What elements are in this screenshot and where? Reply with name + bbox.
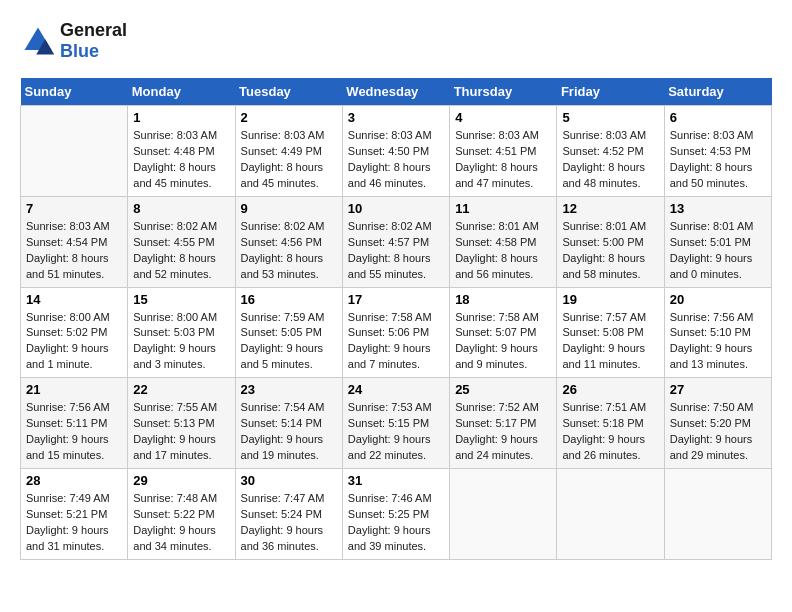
day-info: Sunrise: 7:57 AMSunset: 5:08 PMDaylight:… [562,310,658,374]
calendar-cell: 12Sunrise: 8:01 AMSunset: 5:00 PMDayligh… [557,196,664,287]
calendar-cell: 28Sunrise: 7:49 AMSunset: 5:21 PMDayligh… [21,469,128,560]
day-info: Sunrise: 8:00 AMSunset: 5:02 PMDaylight:… [26,310,122,374]
day-number: 20 [670,292,766,307]
calendar-cell: 4Sunrise: 8:03 AMSunset: 4:51 PMDaylight… [450,106,557,197]
calendar-cell: 30Sunrise: 7:47 AMSunset: 5:24 PMDayligh… [235,469,342,560]
calendar-cell: 5Sunrise: 8:03 AMSunset: 4:52 PMDaylight… [557,106,664,197]
day-number: 25 [455,382,551,397]
day-info: Sunrise: 8:03 AMSunset: 4:54 PMDaylight:… [26,219,122,283]
day-info: Sunrise: 7:46 AMSunset: 5:25 PMDaylight:… [348,491,444,555]
day-number: 11 [455,201,551,216]
calendar-cell: 31Sunrise: 7:46 AMSunset: 5:25 PMDayligh… [342,469,449,560]
day-info: Sunrise: 8:01 AMSunset: 5:00 PMDaylight:… [562,219,658,283]
calendar-cell: 29Sunrise: 7:48 AMSunset: 5:22 PMDayligh… [128,469,235,560]
day-number: 26 [562,382,658,397]
day-number: 19 [562,292,658,307]
day-number: 23 [241,382,337,397]
calendar-cell: 26Sunrise: 7:51 AMSunset: 5:18 PMDayligh… [557,378,664,469]
day-info: Sunrise: 8:00 AMSunset: 5:03 PMDaylight:… [133,310,229,374]
calendar-cell [557,469,664,560]
calendar-cell: 3Sunrise: 8:03 AMSunset: 4:50 PMDaylight… [342,106,449,197]
day-number: 27 [670,382,766,397]
calendar-cell: 21Sunrise: 7:56 AMSunset: 5:11 PMDayligh… [21,378,128,469]
day-number: 29 [133,473,229,488]
day-info: Sunrise: 7:59 AMSunset: 5:05 PMDaylight:… [241,310,337,374]
day-number: 31 [348,473,444,488]
calendar-cell: 20Sunrise: 7:56 AMSunset: 5:10 PMDayligh… [664,287,771,378]
week-row-4: 21Sunrise: 7:56 AMSunset: 5:11 PMDayligh… [21,378,772,469]
day-number: 22 [133,382,229,397]
page-header: GeneralBlue [20,20,772,62]
calendar-cell [450,469,557,560]
calendar-cell: 8Sunrise: 8:02 AMSunset: 4:55 PMDaylight… [128,196,235,287]
day-number: 9 [241,201,337,216]
calendar-cell: 11Sunrise: 8:01 AMSunset: 4:58 PMDayligh… [450,196,557,287]
day-number: 28 [26,473,122,488]
day-number: 17 [348,292,444,307]
calendar-cell: 1Sunrise: 8:03 AMSunset: 4:48 PMDaylight… [128,106,235,197]
day-number: 5 [562,110,658,125]
logo-icon [20,23,56,59]
day-info: Sunrise: 7:47 AMSunset: 5:24 PMDaylight:… [241,491,337,555]
header-friday: Friday [557,78,664,106]
day-info: Sunrise: 8:02 AMSunset: 4:57 PMDaylight:… [348,219,444,283]
day-info: Sunrise: 7:58 AMSunset: 5:06 PMDaylight:… [348,310,444,374]
header-sunday: Sunday [21,78,128,106]
day-info: Sunrise: 8:03 AMSunset: 4:48 PMDaylight:… [133,128,229,192]
day-number: 30 [241,473,337,488]
calendar-cell: 16Sunrise: 7:59 AMSunset: 5:05 PMDayligh… [235,287,342,378]
day-number: 18 [455,292,551,307]
calendar-cell: 10Sunrise: 8:02 AMSunset: 4:57 PMDayligh… [342,196,449,287]
day-number: 14 [26,292,122,307]
week-row-1: 1Sunrise: 8:03 AMSunset: 4:48 PMDaylight… [21,106,772,197]
header-saturday: Saturday [664,78,771,106]
day-number: 7 [26,201,122,216]
calendar-cell: 27Sunrise: 7:50 AMSunset: 5:20 PMDayligh… [664,378,771,469]
calendar-cell: 7Sunrise: 8:03 AMSunset: 4:54 PMDaylight… [21,196,128,287]
calendar-cell: 9Sunrise: 8:02 AMSunset: 4:56 PMDaylight… [235,196,342,287]
day-info: Sunrise: 7:56 AMSunset: 5:10 PMDaylight:… [670,310,766,374]
day-info: Sunrise: 7:49 AMSunset: 5:21 PMDaylight:… [26,491,122,555]
calendar-cell: 19Sunrise: 7:57 AMSunset: 5:08 PMDayligh… [557,287,664,378]
calendar-cell: 2Sunrise: 8:03 AMSunset: 4:49 PMDaylight… [235,106,342,197]
day-number: 4 [455,110,551,125]
day-number: 16 [241,292,337,307]
day-number: 6 [670,110,766,125]
header-thursday: Thursday [450,78,557,106]
day-number: 21 [26,382,122,397]
calendar-header-row: SundayMondayTuesdayWednesdayThursdayFrid… [21,78,772,106]
day-info: Sunrise: 8:01 AMSunset: 5:01 PMDaylight:… [670,219,766,283]
calendar-cell: 23Sunrise: 7:54 AMSunset: 5:14 PMDayligh… [235,378,342,469]
calendar-cell: 6Sunrise: 8:03 AMSunset: 4:53 PMDaylight… [664,106,771,197]
calendar-cell: 17Sunrise: 7:58 AMSunset: 5:06 PMDayligh… [342,287,449,378]
day-info: Sunrise: 8:03 AMSunset: 4:52 PMDaylight:… [562,128,658,192]
week-row-3: 14Sunrise: 8:00 AMSunset: 5:02 PMDayligh… [21,287,772,378]
logo-text: GeneralBlue [60,20,127,62]
day-info: Sunrise: 8:03 AMSunset: 4:50 PMDaylight:… [348,128,444,192]
day-info: Sunrise: 7:54 AMSunset: 5:14 PMDaylight:… [241,400,337,464]
day-number: 2 [241,110,337,125]
day-number: 13 [670,201,766,216]
day-info: Sunrise: 7:52 AMSunset: 5:17 PMDaylight:… [455,400,551,464]
day-info: Sunrise: 8:02 AMSunset: 4:56 PMDaylight:… [241,219,337,283]
calendar-cell: 13Sunrise: 8:01 AMSunset: 5:01 PMDayligh… [664,196,771,287]
day-info: Sunrise: 8:02 AMSunset: 4:55 PMDaylight:… [133,219,229,283]
calendar-cell: 14Sunrise: 8:00 AMSunset: 5:02 PMDayligh… [21,287,128,378]
day-info: Sunrise: 7:58 AMSunset: 5:07 PMDaylight:… [455,310,551,374]
calendar-cell: 25Sunrise: 7:52 AMSunset: 5:17 PMDayligh… [450,378,557,469]
week-row-5: 28Sunrise: 7:49 AMSunset: 5:21 PMDayligh… [21,469,772,560]
day-info: Sunrise: 8:03 AMSunset: 4:51 PMDaylight:… [455,128,551,192]
day-info: Sunrise: 7:55 AMSunset: 5:13 PMDaylight:… [133,400,229,464]
day-number: 10 [348,201,444,216]
header-tuesday: Tuesday [235,78,342,106]
calendar-cell: 24Sunrise: 7:53 AMSunset: 5:15 PMDayligh… [342,378,449,469]
calendar-cell: 15Sunrise: 8:00 AMSunset: 5:03 PMDayligh… [128,287,235,378]
day-info: Sunrise: 7:48 AMSunset: 5:22 PMDaylight:… [133,491,229,555]
day-info: Sunrise: 8:03 AMSunset: 4:49 PMDaylight:… [241,128,337,192]
day-info: Sunrise: 8:03 AMSunset: 4:53 PMDaylight:… [670,128,766,192]
calendar-cell [664,469,771,560]
day-number: 24 [348,382,444,397]
logo: GeneralBlue [20,20,127,62]
calendar-cell: 18Sunrise: 7:58 AMSunset: 5:07 PMDayligh… [450,287,557,378]
header-wednesday: Wednesday [342,78,449,106]
